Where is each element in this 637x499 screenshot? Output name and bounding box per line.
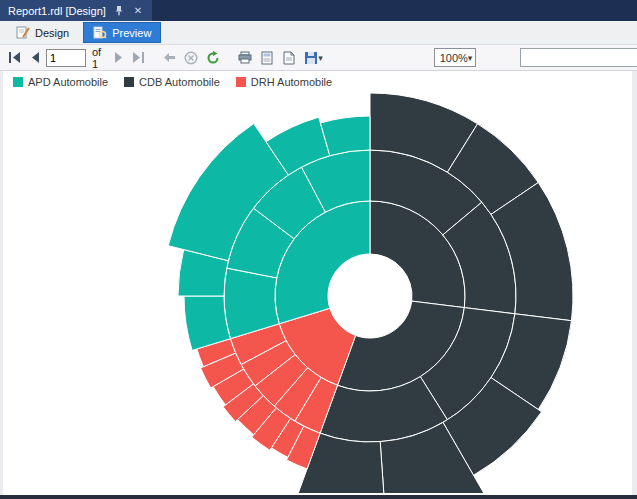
document-tab[interactable]: Report1.rdl [Design] ✕ [0, 0, 152, 21]
previous-page-icon [29, 52, 41, 63]
legend-swatch [13, 77, 23, 87]
legend-label: DRH Automobile [251, 76, 332, 88]
print-layout-icon [260, 51, 274, 65]
find-input[interactable] [520, 48, 637, 67]
tab-design[interactable]: Design [6, 22, 79, 43]
export-button[interactable]: ▾ [301, 50, 326, 66]
close-icon[interactable]: ✕ [132, 6, 144, 16]
legend-item: CDB Automobile [124, 76, 220, 88]
next-page-button[interactable] [109, 51, 127, 64]
chevron-down-icon: ▾ [468, 53, 473, 63]
print-icon [238, 51, 252, 64]
last-page-button[interactable] [129, 51, 148, 64]
zoom-value: 100% [440, 52, 468, 64]
previous-page-button[interactable] [26, 51, 44, 64]
back-button[interactable] [160, 51, 179, 64]
document-tab-title: Report1.rdl [Design] [8, 5, 106, 17]
sunburst-segment [320, 116, 370, 156]
last-page-icon [132, 52, 145, 63]
legend-swatch [236, 77, 246, 87]
refresh-icon [206, 51, 220, 65]
legend-item: APD Automobile [13, 76, 108, 88]
first-page-icon [8, 52, 21, 63]
designer-mode-tabs: Design Preview [0, 21, 637, 45]
zoom-select[interactable]: 100% ▾ [434, 48, 477, 67]
next-page-icon [112, 52, 124, 63]
legend-swatch [124, 77, 134, 87]
chart-legend: APD AutomobileCDB AutomobileDRH Automobi… [13, 76, 332, 88]
legend-item: DRH Automobile [236, 76, 332, 88]
legend-label: APD Automobile [28, 76, 108, 88]
design-icon [16, 26, 30, 39]
pin-icon[interactable] [112, 5, 126, 16]
preview-icon [93, 26, 107, 39]
tab-preview-label: Preview [112, 27, 151, 39]
print-layout-button[interactable] [257, 50, 277, 66]
back-arrow-icon [163, 52, 176, 63]
first-page-button[interactable] [5, 51, 24, 64]
save-export-icon [304, 51, 318, 65]
app-window: Report1.rdl [Design] ✕ Design Preview of… [0, 0, 637, 499]
page-count-label: of 1 [92, 46, 101, 70]
page-setup-button[interactable] [279, 50, 299, 66]
refresh-button[interactable] [203, 50, 223, 66]
stop-button[interactable] [181, 50, 201, 66]
stop-icon [184, 51, 198, 65]
legend-label: CDB Automobile [139, 76, 220, 88]
report-canvas: APD AutomobileCDB AutomobileDRH Automobi… [0, 71, 637, 495]
window-bottom-edge [0, 495, 637, 499]
page-setup-icon [282, 51, 296, 65]
tab-preview[interactable]: Preview [83, 22, 161, 43]
chevron-down-icon: ▾ [318, 53, 323, 63]
print-button[interactable] [235, 50, 255, 65]
sunburst-chart [3, 71, 632, 493]
page-number-input[interactable] [46, 49, 86, 67]
document-tab-bar: Report1.rdl [Design] ✕ [0, 0, 637, 21]
tab-design-label: Design [35, 27, 69, 39]
preview-toolbar: of 1 ▾ 100% [0, 45, 637, 71]
